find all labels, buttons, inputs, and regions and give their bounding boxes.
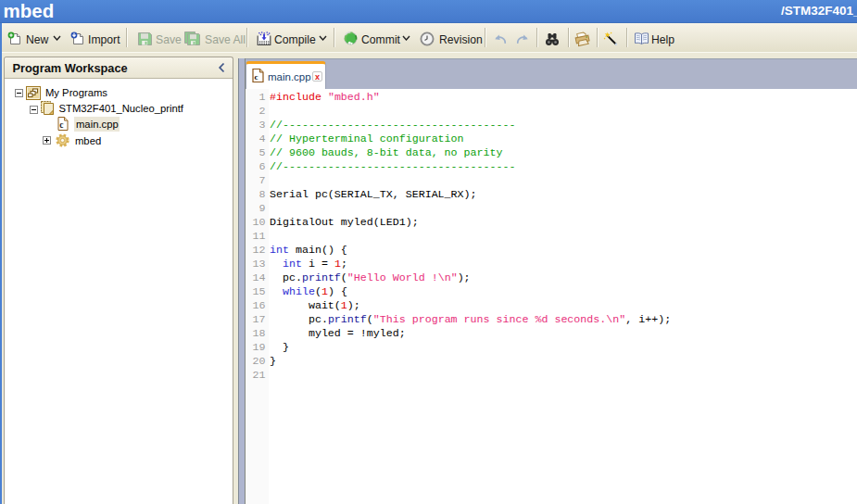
svg-text:c: c [59, 120, 63, 130]
svg-text:c: c [255, 72, 258, 82]
